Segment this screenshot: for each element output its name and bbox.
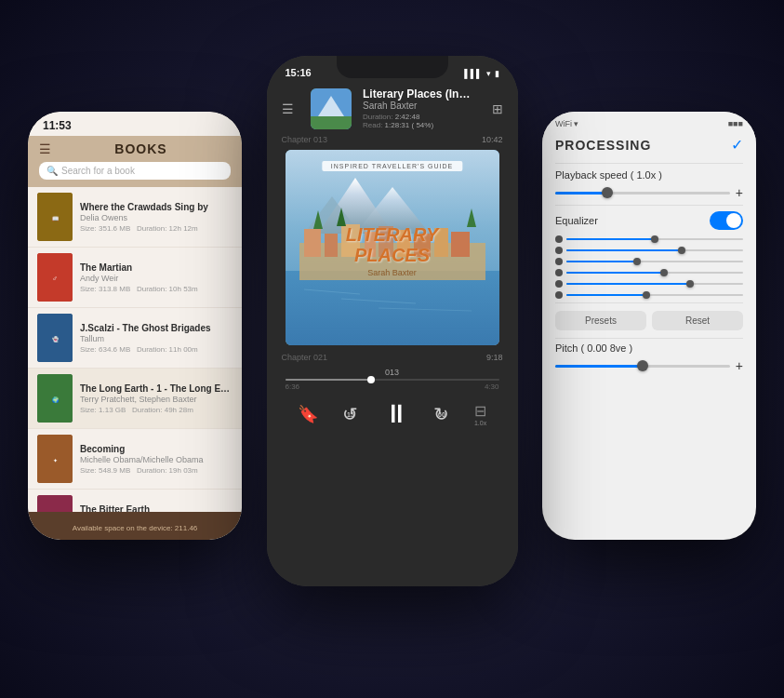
menu-icon[interactable]: ☰ bbox=[39, 141, 51, 156]
book-info: The Bitter Earth A.R. Shaw Size: 151.6 M… bbox=[80, 504, 233, 513]
chapter-next-row: Chapter 021 9:18 bbox=[267, 349, 518, 364]
right-battery: ■■■ bbox=[728, 119, 743, 128]
divider bbox=[555, 338, 743, 339]
svg-rect-32 bbox=[451, 232, 470, 257]
big-book-cover: INSPIRED TRAVELLER'S GUIDE LITERARY PLAC… bbox=[286, 150, 499, 345]
svg-rect-24 bbox=[304, 229, 321, 257]
eq-track-6[interactable] bbox=[566, 294, 743, 296]
eq-dot-6 bbox=[555, 291, 563, 299]
right-wifi: WiFi ▾ bbox=[555, 119, 579, 128]
list-item[interactable]: ☠ The Bitter Earth A.R. Shaw Size: 151.6… bbox=[28, 490, 242, 512]
checkmark-btn[interactable]: ✓ bbox=[731, 136, 743, 154]
notch bbox=[337, 56, 448, 78]
slider-handle[interactable] bbox=[602, 187, 613, 198]
pitch-label: Pitch ( 0.00 8ve ) bbox=[542, 341, 756, 356]
playback-speed-slider-row: + bbox=[542, 182, 756, 203]
book-author: Michelle Obama/Michelle Obama bbox=[80, 455, 233, 464]
list-item[interactable]: 🌍 The Long Earth - 1 - The Long Ea... Te… bbox=[28, 369, 242, 429]
eq-handle-3[interactable] bbox=[633, 258, 641, 265]
pitch-fill bbox=[555, 365, 643, 368]
eq-dot-1 bbox=[555, 235, 563, 243]
left-phone-screen: 11:53 ☰ BOOKS 🔍 Search for a book 📖 Wher… bbox=[28, 112, 242, 540]
battery-icon: ▮ bbox=[495, 69, 499, 78]
pause-btn[interactable]: ⏸ bbox=[383, 398, 409, 429]
center-book-title: Literary Places (Inspir... bbox=[363, 87, 474, 101]
rewind-btn[interactable]: ↺ 15 bbox=[342, 403, 358, 425]
svg-text:✦: ✦ bbox=[53, 458, 58, 463]
bookmark-btn[interactable]: 🔖 bbox=[298, 404, 318, 424]
eq-slider-5 bbox=[542, 278, 756, 289]
cover-title-line1: LITERARY bbox=[346, 224, 439, 245]
svg-text:📖: 📖 bbox=[52, 215, 60, 222]
book-author: Andy Weir bbox=[80, 274, 233, 283]
book-title: Becoming bbox=[80, 444, 233, 454]
eq-fill-3 bbox=[566, 261, 637, 262]
eq-handle-5[interactable] bbox=[686, 280, 694, 288]
book-title: Where the Crawdads Sing by bbox=[80, 202, 233, 212]
signal-icon: ▌▌▌ bbox=[464, 69, 482, 78]
eq-slider-3 bbox=[542, 256, 756, 267]
book-list: 📖 Where the Crawdads Sing by Delia Owens… bbox=[28, 187, 242, 512]
list-item[interactable]: 👻 J.Scalzi - The Ghost Brigades Tallum S… bbox=[28, 308, 242, 369]
left-phone: 11:53 ☰ BOOKS 🔍 Search for a book 📖 Wher… bbox=[28, 112, 242, 540]
progress-bar[interactable] bbox=[286, 379, 499, 381]
book-info: Becoming Michelle Obama/Michelle Obama S… bbox=[80, 444, 233, 475]
list-item[interactable]: 📖 Where the Crawdads Sing by Delia Owens… bbox=[28, 187, 242, 248]
center-topbar: ☰ Literary Places (Inspir... Sarah Baxte… bbox=[267, 82, 518, 133]
svg-text:🌍: 🌍 bbox=[52, 396, 60, 404]
eq-handle-4[interactable] bbox=[660, 269, 668, 276]
book-cover-martian: ♂ bbox=[37, 253, 73, 302]
eq-track-2[interactable] bbox=[566, 249, 743, 251]
eq-track-3[interactable] bbox=[566, 261, 743, 262]
eq-handle-2[interactable] bbox=[678, 247, 685, 254]
reset-button[interactable]: Reset bbox=[652, 311, 743, 330]
bookmark-icon[interactable]: ⊞ bbox=[492, 101, 503, 116]
pitch-plus-icon[interactable]: + bbox=[736, 358, 743, 373]
eq-track-4[interactable] bbox=[566, 272, 743, 274]
book-cover-longearth: 🌍 bbox=[37, 374, 73, 423]
plus-icon[interactable]: + bbox=[736, 185, 743, 200]
pitch-slider-row: + bbox=[542, 356, 756, 376]
book-cover-becoming: ✦ bbox=[37, 435, 73, 483]
duration-row: Duration: 2:42:48 bbox=[363, 113, 474, 121]
eq-dot-5 bbox=[555, 280, 563, 288]
book-author: Tallum bbox=[80, 334, 233, 343]
eq-track-1[interactable] bbox=[566, 238, 743, 240]
processing-header: PROCESSING ✓ bbox=[542, 132, 756, 161]
equalizer-label: Equalizer bbox=[555, 215, 598, 226]
eq-slider-2 bbox=[542, 245, 756, 256]
divider bbox=[555, 205, 743, 206]
eq-track-5[interactable] bbox=[566, 283, 743, 285]
books-search-bar[interactable]: 🔍 Search for a book bbox=[39, 162, 231, 180]
toggle-knob bbox=[726, 213, 741, 228]
playback-speed-slider[interactable] bbox=[555, 192, 730, 195]
pitch-handle[interactable] bbox=[637, 360, 648, 371]
equalizer-btn[interactable]: ⊟ 1.0x bbox=[474, 402, 486, 426]
pitch-slider[interactable] bbox=[555, 365, 730, 368]
progress-handle[interactable] bbox=[367, 376, 375, 383]
duration-value: 2:42:48 bbox=[395, 113, 420, 121]
chapter-time: 10:42 bbox=[482, 135, 503, 144]
cover-title-line2: PLACES bbox=[346, 245, 439, 266]
chapter-current-label: Chapter 013 bbox=[282, 135, 328, 144]
list-item[interactable]: ✦ Becoming Michelle Obama/Michelle Obama… bbox=[28, 429, 242, 490]
book-title: The Bitter Earth bbox=[80, 504, 233, 513]
forward-btn[interactable]: ↻ 60 bbox=[433, 403, 449, 425]
search-icon: 🔍 bbox=[47, 166, 58, 176]
equalizer-toggle[interactable] bbox=[710, 211, 743, 230]
eq-dot-3 bbox=[555, 258, 563, 265]
duration-label: Duration: 2:42:48 bbox=[363, 113, 419, 121]
svg-text:👻: 👻 bbox=[52, 336, 60, 343]
presets-reset-row: Presets Reset bbox=[542, 305, 756, 336]
list-item[interactable]: ♂ The Martian Andy Weir Size: 313.8 MB D… bbox=[28, 248, 242, 308]
eq-handle-1[interactable] bbox=[651, 235, 658, 243]
book-cover-crawdads: 📖 bbox=[37, 193, 73, 241]
playback-speed-label: Playback speed ( 1.0x ) bbox=[542, 166, 756, 182]
left-time: 11:53 bbox=[43, 119, 72, 132]
eq-dot-4 bbox=[555, 269, 563, 276]
eq-handle-6[interactable] bbox=[643, 291, 650, 299]
read-row: Read: 1:28:31 ( 54%) bbox=[363, 121, 474, 129]
menu-icon[interactable]: ☰ bbox=[282, 101, 294, 116]
eq-slider-1 bbox=[542, 234, 756, 245]
presets-button[interactable]: Presets bbox=[555, 311, 646, 330]
